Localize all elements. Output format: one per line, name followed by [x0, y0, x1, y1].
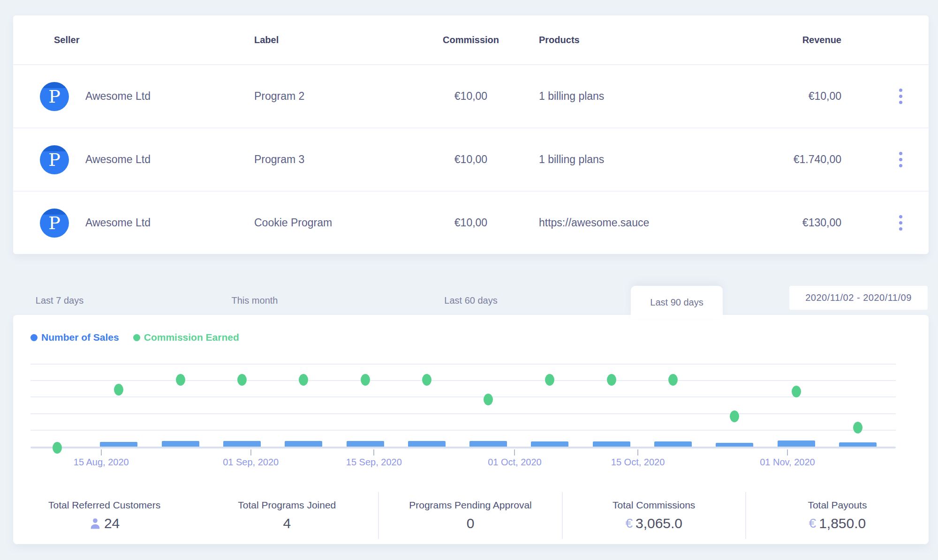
commission-value: €10,00 — [424, 217, 518, 229]
sales-bar — [531, 441, 568, 447]
program-label: Cookie Program — [254, 217, 424, 229]
revenue-value: €10,00 — [724, 90, 841, 103]
seller-name: Awesome Ltd — [85, 217, 151, 229]
sales-bar — [223, 441, 261, 447]
sales-bar — [162, 441, 199, 447]
row-menu-kebab-icon[interactable] — [897, 87, 904, 106]
seller-avatar: P — [40, 209, 69, 238]
products-value: 1 billing plans — [518, 90, 724, 103]
legend-dot-icon — [133, 334, 140, 341]
kebab-dot — [899, 164, 902, 167]
commission-dot — [422, 374, 431, 386]
kebab-dot — [899, 215, 902, 218]
stat-value: €1,850.0 — [809, 515, 866, 531]
sales-bar — [654, 441, 692, 447]
sales-bar — [593, 441, 630, 447]
seller-avatar: P — [40, 82, 69, 111]
seller-name: Awesome Ltd — [85, 90, 151, 103]
chart-legend: Number of SalesCommission Earned — [30, 332, 239, 343]
tab-last-7-days[interactable]: Last 7 days — [36, 295, 83, 306]
stat-label: Total Programs Joined — [238, 500, 336, 511]
revenue-value: €130,00 — [724, 217, 841, 229]
kebab-dot — [899, 152, 902, 155]
commission-dot — [792, 386, 801, 397]
actions-cell — [841, 150, 929, 169]
seller-cell: PAwesome Ltd — [13, 82, 254, 111]
table-row[interactable]: PAwesome LtdProgram 3€10,001 billing pla… — [13, 128, 929, 192]
stat-number: 3,065.0 — [635, 515, 682, 531]
x-axis-label: 15 Aug, 2020 — [45, 457, 158, 468]
sales-bar — [285, 441, 322, 447]
row-menu-kebab-icon[interactable] — [897, 150, 904, 169]
stat-total-programs-joined: Total Programs Joined4 — [196, 492, 378, 539]
legend-item-sales[interactable]: Number of Sales — [30, 332, 119, 343]
kebab-dot — [899, 95, 902, 98]
analytics-card: Number of SalesCommission Earned 15 Aug,… — [13, 315, 929, 544]
commission-value: €10,00 — [424, 153, 518, 166]
x-axis-tick — [514, 449, 515, 455]
x-axis-label: 01 Oct, 2020 — [458, 457, 571, 468]
stat-total-payouts: Total Payouts€1,850.0 — [745, 492, 929, 539]
active-tab-label: Last 90 days — [650, 297, 703, 308]
sales-bar — [469, 441, 507, 447]
actions-cell — [841, 213, 929, 232]
legend-dot-icon — [30, 334, 38, 341]
summary-stats-row: Total Referred Customers24Total Programs… — [13, 492, 929, 539]
row-menu-kebab-icon[interactable] — [897, 213, 904, 232]
commission-dot — [545, 374, 554, 386]
chart-x-axis-line — [30, 447, 896, 448]
x-axis-tick — [250, 449, 251, 455]
tab-last-60-days[interactable]: Last 60 days — [444, 295, 497, 306]
column-header-products: Products — [518, 35, 724, 45]
products-value: 1 billing plans — [518, 153, 724, 166]
x-axis-label: 15 Sep, 2020 — [318, 457, 430, 468]
tab-this-month[interactable]: This month — [232, 295, 278, 306]
commission-dot — [299, 374, 308, 386]
stat-label: Total Referred Customers — [48, 500, 160, 511]
x-axis-label: 15 Oct, 2020 — [582, 457, 694, 468]
stat-number: 24 — [104, 515, 120, 531]
sales-bar — [839, 442, 877, 447]
kebab-dot — [899, 221, 902, 224]
x-axis-tick — [637, 449, 638, 455]
table-row[interactable]: PAwesome LtdCookie Program€10,00https://… — [13, 192, 929, 254]
stat-value: €3,065.0 — [625, 515, 682, 531]
column-header-commission: Commission — [424, 35, 518, 45]
program-label: Program 2 — [254, 90, 424, 103]
x-axis-tick — [787, 449, 788, 455]
commission-dot — [176, 374, 185, 386]
x-axis-label: 01 Nov, 2020 — [731, 457, 844, 468]
chart-gridline — [30, 396, 896, 397]
kebab-dot — [899, 227, 902, 231]
column-header-seller: Seller — [13, 35, 254, 45]
commission-dot — [53, 442, 62, 454]
commission-dot — [484, 394, 493, 405]
tab-last-90-days[interactable]: Last 90 days — [631, 286, 723, 319]
commission-dot — [361, 374, 370, 386]
chart-gridline — [30, 364, 896, 365]
commission-value: €10,00 — [424, 90, 518, 103]
products-value: https://awesome.sauce — [518, 217, 724, 229]
sales-bar — [778, 441, 815, 447]
stat-number: 1,850.0 — [819, 515, 866, 531]
commission-dot — [853, 422, 862, 433]
legend-item-commission[interactable]: Commission Earned — [133, 332, 239, 343]
stat-value: 0 — [467, 515, 475, 531]
table-row[interactable]: PAwesome LtdProgram 2€10,001 billing pla… — [13, 65, 929, 128]
seller-cell: PAwesome Ltd — [13, 209, 254, 238]
commission-dot — [237, 374, 247, 386]
date-range-text: 2020/11/02 - 2020/11/09 — [805, 292, 912, 303]
actions-cell — [841, 87, 929, 106]
commission-dot — [114, 384, 123, 396]
euro-symbol: € — [625, 516, 633, 531]
date-range-picker[interactable]: 2020/11/02 - 2020/11/09 — [789, 286, 928, 310]
revenue-value: €1.740,00 — [724, 153, 841, 166]
stat-number: 0 — [467, 515, 475, 531]
sales-bar — [347, 441, 384, 447]
program-label: Program 3 — [254, 153, 424, 166]
sales-bar — [100, 442, 137, 447]
kebab-dot — [899, 101, 902, 104]
seller-cell: PAwesome Ltd — [13, 145, 254, 174]
stat-total-referred-customers: Total Referred Customers24 — [13, 492, 196, 539]
commission-dot — [607, 374, 616, 386]
